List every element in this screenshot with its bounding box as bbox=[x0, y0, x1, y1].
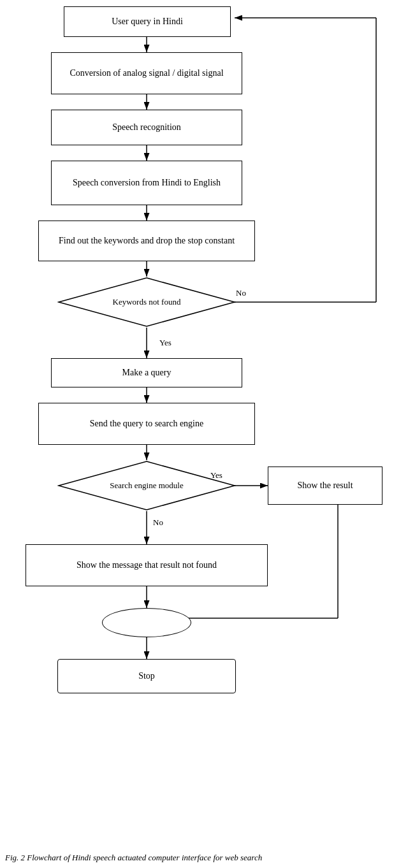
show-result-label: Show the result bbox=[297, 481, 353, 491]
keywords-not-found-diamond: Keywords not found bbox=[26, 277, 268, 328]
search-engine-diamond: Search engine module bbox=[26, 460, 268, 511]
speech-recognition-box: Speech recognition bbox=[51, 110, 242, 145]
find-keywords-box: Find out the keywords and drop the stop … bbox=[38, 221, 255, 261]
keywords-not-found-label: Keywords not found bbox=[113, 297, 181, 308]
figure-caption: Fig. 2 Flowchart of Hindi speech actuate… bbox=[5, 853, 262, 863]
stop-box: Stop bbox=[57, 659, 236, 693]
oval-node bbox=[102, 608, 191, 637]
find-keywords-label: Find out the keywords and drop the stop … bbox=[59, 236, 235, 246]
speech-conversion-box: Speech conversion from Hindi to English bbox=[51, 161, 242, 205]
search-yes-label: Yes bbox=[210, 470, 222, 481]
show-message-box: Show the message that result not found bbox=[26, 544, 268, 586]
conversion-label: Conversion of analog signal / digital si… bbox=[69, 68, 223, 78]
make-query-label: Make a query bbox=[122, 368, 171, 378]
user-query-box: User query in Hindi bbox=[64, 6, 231, 37]
keywords-no-label: No bbox=[236, 288, 246, 298]
search-no-label: No bbox=[153, 517, 163, 528]
show-message-label: Show the message that result not found bbox=[76, 560, 217, 570]
keywords-yes-label: Yes bbox=[159, 338, 171, 348]
user-query-label: User query in Hindi bbox=[112, 17, 183, 27]
search-engine-label: Search engine module bbox=[110, 481, 184, 491]
conversion-box: Conversion of analog signal / digital si… bbox=[51, 52, 242, 94]
speech-conversion-label: Speech conversion from Hindi to English bbox=[73, 178, 221, 188]
send-query-box: Send the query to search engine bbox=[38, 403, 255, 445]
stop-label: Stop bbox=[138, 671, 155, 681]
show-result-box: Show the result bbox=[268, 467, 382, 505]
make-query-box: Make a query bbox=[51, 358, 242, 387]
speech-recognition-label: Speech recognition bbox=[112, 122, 181, 133]
send-query-label: Send the query to search engine bbox=[90, 419, 203, 429]
